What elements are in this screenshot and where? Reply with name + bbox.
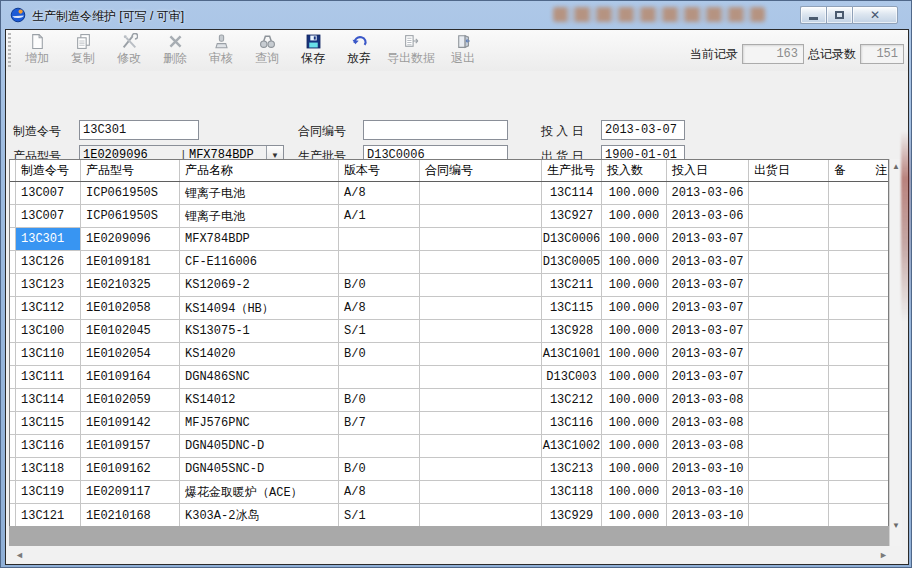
- cell-ship_date[interactable]: [749, 205, 829, 227]
- cell-input_date[interactable]: 2013-03-07: [667, 297, 749, 319]
- cell-input_date[interactable]: 2013-03-08: [667, 412, 749, 434]
- col-header-contract_no[interactable]: 合同编号: [420, 160, 542, 181]
- cell-ship_date[interactable]: [749, 481, 829, 503]
- cell-input_date[interactable]: 2013-03-10: [667, 481, 749, 503]
- cell-remark[interactable]: [829, 274, 890, 296]
- scroll-right-icon[interactable]: ►: [879, 546, 888, 563]
- cell-qty[interactable]: 100.000: [602, 412, 667, 434]
- cell-product_name[interactable]: MFJ576PNC: [180, 412, 339, 434]
- cell-batch_no[interactable]: 13C116: [542, 412, 602, 434]
- cell-remark[interactable]: [829, 320, 890, 342]
- cell-remark[interactable]: [829, 228, 890, 250]
- cell-remark[interactable]: [829, 412, 890, 434]
- cell-version[interactable]: S/1: [339, 504, 420, 527]
- cell-input_date[interactable]: 2013-03-07: [667, 274, 749, 296]
- cell-remark[interactable]: [829, 205, 890, 227]
- cell-ship_date[interactable]: [749, 504, 829, 527]
- cell-qty[interactable]: 100.000: [602, 458, 667, 480]
- cell-batch_no[interactable]: A13C1002: [542, 435, 602, 457]
- cell-batch_no[interactable]: 13C114: [542, 182, 602, 204]
- cell-ship_date[interactable]: [749, 182, 829, 204]
- col-header-version[interactable]: 版本号: [339, 160, 420, 181]
- cell-model[interactable]: 1E0102058: [81, 297, 180, 319]
- cell-ship_date[interactable]: [749, 228, 829, 250]
- cell-order_no[interactable]: 13C007: [16, 182, 81, 204]
- cell-model[interactable]: 1E0102059: [81, 389, 180, 411]
- cell-input_date[interactable]: 2013-03-08: [667, 435, 749, 457]
- cell-order_no[interactable]: 13C118: [16, 458, 81, 480]
- cell-model[interactable]: 1E0210325: [81, 274, 180, 296]
- col-header-product_name[interactable]: 产品名称: [180, 160, 339, 181]
- cell-batch_no[interactable]: 13C212: [542, 389, 602, 411]
- cell-input_date[interactable]: 2013-03-07: [667, 366, 749, 388]
- cell-batch_no[interactable]: A13C1001: [542, 343, 602, 365]
- cell-qty[interactable]: 100.000: [602, 251, 667, 273]
- scroll-down-icon[interactable]: ▼: [890, 518, 902, 532]
- cell-contract_no[interactable]: [420, 435, 542, 457]
- cell-remark[interactable]: [829, 366, 890, 388]
- cell-qty[interactable]: 100.000: [602, 366, 667, 388]
- cell-input_date[interactable]: 2013-03-10: [667, 504, 749, 527]
- cell-remark[interactable]: [829, 504, 890, 527]
- cell-version[interactable]: [339, 228, 420, 250]
- cell-ship_date[interactable]: [749, 297, 829, 319]
- col-header-input_date[interactable]: 投入日: [667, 160, 749, 181]
- cell-version[interactable]: S/1: [339, 320, 420, 342]
- cell-order_no[interactable]: 13C007: [16, 205, 81, 227]
- maximize-button[interactable]: [826, 6, 852, 24]
- cell-product_name[interactable]: DGN405DNC-D: [180, 435, 339, 457]
- cell-product_name[interactable]: 锂离子电池: [180, 205, 339, 227]
- col-header-batch_no[interactable]: 生产批号: [542, 160, 602, 181]
- cell-qty[interactable]: 100.000: [602, 297, 667, 319]
- col-header-qty[interactable]: 投入数: [602, 160, 667, 181]
- col-header-model[interactable]: 产品型号: [81, 160, 180, 181]
- cell-ship_date[interactable]: [749, 251, 829, 273]
- cell-product_name[interactable]: KS12069-2: [180, 274, 339, 296]
- cell-contract_no[interactable]: [420, 343, 542, 365]
- cell-version[interactable]: A/8: [339, 182, 420, 204]
- cell-order_no[interactable]: 13C110: [16, 343, 81, 365]
- cell-order_no[interactable]: 13C116: [16, 435, 81, 457]
- cell-contract_no[interactable]: [420, 182, 542, 204]
- cell-qty[interactable]: 100.000: [602, 481, 667, 503]
- cell-product_name[interactable]: 锂离子电池: [180, 182, 339, 204]
- toolbar-grip-handle[interactable]: [8, 33, 11, 68]
- col-header-ship_date[interactable]: 出货日: [749, 160, 829, 181]
- cell-model[interactable]: 1E0210168: [81, 504, 180, 527]
- cell-batch_no[interactable]: 13C115: [542, 297, 602, 319]
- scroll-left-icon[interactable]: ◄: [15, 546, 24, 563]
- horizontal-scrollbar[interactable]: ◄ ►: [7, 546, 902, 563]
- cell-qty[interactable]: 100.000: [602, 389, 667, 411]
- cell-version[interactable]: [339, 251, 420, 273]
- vertical-scrollbar[interactable]: ▲ ▼: [889, 159, 902, 546]
- cell-contract_no[interactable]: [420, 274, 542, 296]
- cell-model[interactable]: 1E0109162: [81, 458, 180, 480]
- cell-contract_no[interactable]: [420, 251, 542, 273]
- cell-batch_no[interactable]: 13C118: [542, 481, 602, 503]
- cell-model[interactable]: 1E0102045: [81, 320, 180, 342]
- toolbar-button-undo-arrow[interactable]: 放弃: [336, 32, 382, 69]
- cell-contract_no[interactable]: [420, 205, 542, 227]
- cell-contract_no[interactable]: [420, 366, 542, 388]
- input-date-input[interactable]: [601, 120, 685, 140]
- cell-ship_date[interactable]: [749, 412, 829, 434]
- cell-model[interactable]: 1E0209096: [81, 228, 180, 250]
- cell-ship_date[interactable]: [749, 389, 829, 411]
- cell-order_no[interactable]: 13C119: [16, 481, 81, 503]
- cell-model[interactable]: ICP061950S: [81, 205, 180, 227]
- cell-order_no[interactable]: 13C301: [16, 228, 81, 250]
- cell-version[interactable]: A/8: [339, 481, 420, 503]
- toolbar-button-save-floppy[interactable]: 保存: [290, 32, 336, 69]
- cell-contract_no[interactable]: [420, 228, 542, 250]
- cell-remark[interactable]: [829, 481, 890, 503]
- cell-model[interactable]: 1E0102054: [81, 343, 180, 365]
- cell-contract_no[interactable]: [420, 389, 542, 411]
- cell-model[interactable]: 1E0109164: [81, 366, 180, 388]
- cell-model[interactable]: 1E0109181: [81, 251, 180, 273]
- order-no-input[interactable]: [79, 120, 199, 140]
- cell-product_name[interactable]: MFX784BDP: [180, 228, 339, 250]
- minimize-button[interactable]: [800, 6, 826, 24]
- cell-contract_no[interactable]: [420, 412, 542, 434]
- cell-input_date[interactable]: 2013-03-07: [667, 228, 749, 250]
- cell-product_name[interactable]: KS13075-1: [180, 320, 339, 342]
